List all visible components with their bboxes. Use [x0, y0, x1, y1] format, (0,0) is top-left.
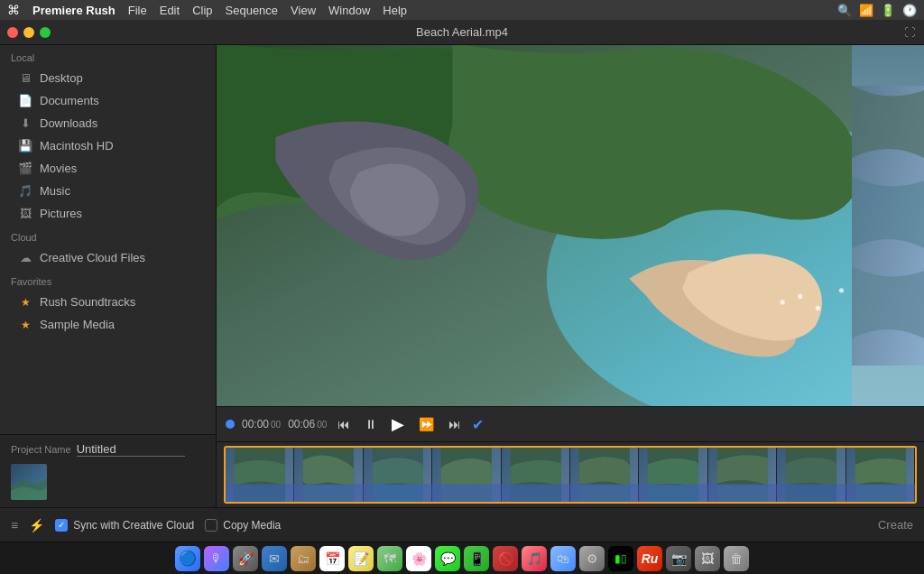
dock-siri[interactable]: 🎙 — [204, 546, 229, 571]
star-icon-rush: ★ — [18, 296, 32, 309]
copy-label: Copy Media — [223, 519, 281, 532]
dock: 🔵 🎙 🚀 ✉ 🗂 📅 📝 🗺 🌸 💬 📱 🚫 🎵 🛍 ⚙ ▮▯ Ru 📷 🖼 … — [0, 542, 924, 574]
dock-app2[interactable]: 📷 — [666, 546, 691, 571]
title-bar: Beach Aerial.mp4 ⛶ — [0, 20, 924, 45]
wifi-icon[interactable]: 📶 — [859, 4, 873, 17]
sidebar-item-desktop[interactable]: 🖥 Desktop — [0, 67, 216, 89]
project-thumbnail — [11, 464, 47, 500]
svg-point-5 — [816, 306, 820, 310]
battery-icon: 🔋 — [881, 4, 895, 17]
copy-checkbox-area[interactable]: Copy Media — [205, 519, 281, 532]
dock-terminal[interactable]: ▮▯ — [608, 546, 633, 571]
copy-checkbox[interactable] — [205, 519, 217, 532]
sidebar-label-music: Music — [40, 184, 70, 198]
svg-point-3 — [781, 300, 785, 304]
skip-end-button[interactable]: ⏭ — [445, 415, 465, 433]
dock-dnd[interactable]: 🚫 — [493, 546, 518, 571]
sidebar: Local 🖥 Desktop 📄 Documents ⬇ Downloads … — [0, 45, 217, 507]
app-name: Premiere Rush — [32, 4, 116, 17]
dock-photos2[interactable]: 🖼 — [695, 546, 720, 571]
menu-file[interactable]: File — [128, 4, 147, 17]
minimize-button[interactable] — [23, 27, 34, 38]
video-frame[interactable] — [217, 45, 924, 406]
menu-help[interactable]: Help — [383, 4, 407, 17]
sidebar-item-samplemedia[interactable]: ★ Sample Media — [0, 313, 216, 336]
project-name-input[interactable] — [77, 442, 185, 457]
dock-music[interactable]: 🎵 — [522, 546, 547, 571]
film-strip[interactable] — [224, 446, 917, 504]
dock-notes[interactable]: 📝 — [348, 546, 374, 571]
sidebar-item-documents[interactable]: 📄 Documents — [0, 89, 216, 112]
local-section-label: Local — [0, 45, 216, 67]
siri-icon[interactable]: 🔍 — [837, 4, 852, 17]
maximize-button[interactable] — [40, 27, 51, 38]
dock-premiere-rush[interactable]: Ru — [637, 546, 662, 571]
bottom-bar: ≡ ⚡ ✓ Sync with Creative Cloud Copy Medi… — [0, 507, 924, 542]
svg-point-4 — [798, 294, 802, 299]
timeline-selection — [226, 484, 915, 502]
menu-clip[interactable]: Clip — [192, 4, 212, 17]
close-button[interactable] — [7, 27, 18, 38]
dock-mail[interactable]: ✉ — [262, 546, 287, 571]
menu-view[interactable]: View — [291, 4, 316, 17]
sidebar-label-pictures: Pictures — [40, 207, 82, 220]
dock-trash[interactable]: 🗑 — [724, 546, 749, 571]
filter-icon[interactable]: ⚡ — [29, 518, 44, 532]
dock-photos[interactable]: 🌸 — [406, 546, 431, 571]
sidebar-label-samplemedia: Sample Media — [40, 318, 115, 331]
menu-window[interactable]: Window — [328, 4, 370, 17]
project-name-label: Project Name — [11, 444, 71, 455]
play-button[interactable]: ▶ — [388, 412, 408, 436]
favorites-section-label: Favorites — [0, 269, 216, 291]
movies-icon: 🎬 — [18, 162, 32, 175]
dock-finder[interactable]: 🔵 — [175, 546, 200, 571]
skip-start-button[interactable]: ⏮ — [334, 415, 354, 433]
dock-maps[interactable]: 🗺 — [377, 546, 402, 571]
dock-messages[interactable]: 💬 — [435, 546, 460, 571]
sidebar-label-documents: Documents — [40, 94, 99, 107]
create-button[interactable]: Create — [878, 518, 913, 532]
sidebar-item-creativecloud[interactable]: ☁ Creative Cloud Files — [0, 246, 216, 269]
dock-calendar[interactable]: 📅 — [319, 546, 345, 571]
video-section: 00:00 00 00:06 00 ⏮ ⏸ ▶ ⏩ — [217, 45, 924, 507]
sync-checkbox-area[interactable]: ✓ Sync with Creative Cloud — [55, 519, 194, 532]
sidebar-item-music[interactable]: 🎵 Music — [0, 180, 216, 202]
total-time: 00:06 00 — [288, 418, 327, 430]
step-back-button[interactable]: ⏸ — [361, 415, 381, 433]
project-name-row: Project Name — [11, 442, 205, 457]
star-icon-sample: ★ — [18, 319, 32, 331]
step-forward-button[interactable]: ⏩ — [415, 415, 438, 433]
list-icon[interactable]: ≡ — [11, 518, 18, 532]
sidebar-item-rushsoundtracks[interactable]: ★ Rush Soundtracks — [0, 291, 216, 313]
thumbnail-strip — [852, 45, 924, 406]
sidebar-label-macintoshhd: Macintosh HD — [40, 139, 114, 153]
sidebar-label-creativecloud: Creative Cloud Files — [40, 251, 145, 264]
timeline-strip[interactable] — [217, 441, 924, 507]
apple-menu[interactable]: ⌘ — [7, 3, 20, 17]
video-preview — [217, 45, 924, 406]
menu-edit[interactable]: Edit — [160, 4, 180, 17]
downloads-icon: ⬇ — [18, 116, 32, 130]
sidebar-item-downloads[interactable]: ⬇ Downloads — [0, 112, 216, 134]
menu-sequence[interactable]: Sequence — [226, 4, 279, 17]
sidebar-label-desktop: Desktop — [40, 71, 83, 85]
sidebar-item-pictures[interactable]: 🖼 Pictures — [0, 202, 216, 225]
sync-checkbox[interactable]: ✓ — [55, 519, 68, 532]
video-player[interactable]: 00:00 00 00:06 00 ⏮ ⏸ ▶ ⏩ — [217, 45, 924, 507]
dock-facetime[interactable]: 📱 — [464, 546, 489, 571]
menu-bar-left: ⌘ Premiere Rush File Edit Clip Sequence … — [7, 3, 407, 17]
clock-icon: 🕐 — [902, 4, 917, 17]
sidebar-label-downloads: Downloads — [40, 116, 97, 130]
sidebar-item-movies[interactable]: 🎬 Movies — [0, 157, 216, 180]
sidebar-item-macintoshhd[interactable]: 💾 Macintosh HD — [0, 134, 216, 157]
dock-folder[interactable]: 🗂 — [291, 546, 316, 571]
checkmark-icon: ✔ — [472, 416, 484, 433]
dock-appstore[interactable]: 🛍 — [550, 546, 576, 571]
sync-label: Sync with Creative Cloud — [73, 519, 194, 532]
menu-bar: ⌘ Premiere Rush File Edit Clip Sequence … — [0, 0, 924, 20]
dock-sysprefs[interactable]: ⚙ — [579, 546, 605, 571]
expand-icon[interactable]: ⛶ — [904, 26, 915, 39]
dock-launchpad[interactable]: 🚀 — [233, 546, 258, 571]
content-area: 00:00 00 00:06 00 ⏮ ⏸ ▶ ⏩ — [217, 45, 924, 507]
svg-point-6 — [839, 288, 844, 292]
